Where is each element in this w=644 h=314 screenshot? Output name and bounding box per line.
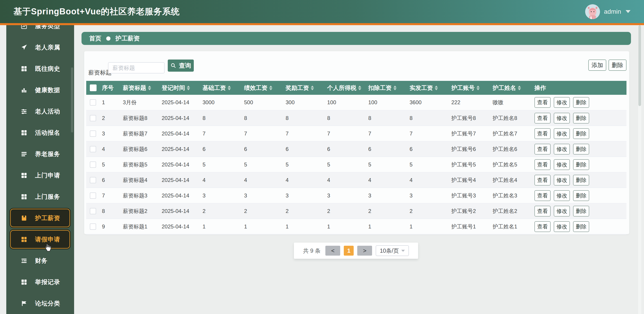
breadcrumb-home[interactable]: 首页 bbox=[89, 34, 101, 42]
username-label: admin bbox=[604, 8, 621, 15]
table-row: 9薪资标题12025-04-14111111护工账号1护工姓名1查看修改删除 bbox=[86, 219, 626, 234]
delete-row-button[interactable]: 删除 bbox=[573, 221, 589, 232]
view-button[interactable]: 查看 bbox=[534, 128, 550, 139]
select-all-checkbox[interactable] bbox=[90, 84, 96, 91]
delete-button[interactable]: 删除 bbox=[608, 60, 626, 71]
sidebar-item-report-records[interactable]: 举报记录 bbox=[6, 271, 74, 293]
table-cell: 9 bbox=[102, 219, 123, 234]
row-checkbox[interactable] bbox=[90, 99, 96, 106]
sidebar-item-elder-activities[interactable]: 老人活动 bbox=[6, 100, 74, 122]
view-button[interactable]: 查看 bbox=[534, 175, 550, 186]
table-cell: 7 bbox=[102, 188, 123, 203]
add-button[interactable]: 添加 bbox=[588, 60, 606, 71]
pagination-page-1[interactable]: 1 bbox=[344, 246, 354, 256]
row-checkbox[interactable] bbox=[90, 130, 96, 137]
row-checkbox[interactable] bbox=[90, 115, 96, 121]
sidebar-item-health-data[interactable]: 健康数据 bbox=[6, 79, 74, 100]
table-cell: 薪资标题4 bbox=[123, 172, 162, 188]
pagination-prev-button[interactable]: < bbox=[325, 246, 340, 256]
list-icon bbox=[21, 151, 28, 158]
sort-carets-icon[interactable] bbox=[358, 86, 361, 90]
delete-row-button[interactable]: 删除 bbox=[573, 206, 589, 216]
edit-button[interactable]: 修改 bbox=[554, 175, 570, 186]
edit-button[interactable]: 修改 bbox=[554, 97, 570, 108]
sort-carets-icon[interactable] bbox=[394, 86, 396, 90]
avatar[interactable] bbox=[585, 4, 600, 19]
sort-carets-icon[interactable] bbox=[518, 86, 521, 90]
column-header-label: 薪资标题 bbox=[123, 84, 146, 92]
row-checkbox[interactable] bbox=[90, 146, 96, 152]
sidebar-item-nurse-salary[interactable]: 护工薪资 bbox=[6, 207, 74, 229]
table-cell: 7 bbox=[202, 126, 244, 141]
sidebar-item-forum-category[interactable]: 论坛分类 bbox=[6, 293, 74, 314]
column-header-护工姓名[interactable]: 护工姓名 bbox=[493, 81, 534, 95]
sort-carets-icon[interactable] bbox=[476, 86, 480, 90]
column-header-个人所得税[interactable]: 个人所得税 bbox=[327, 81, 368, 95]
sort-carets-icon[interactable] bbox=[187, 86, 190, 90]
delete-row-button[interactable]: 删除 bbox=[573, 97, 589, 108]
column-header-护工账号[interactable]: 护工账号 bbox=[451, 81, 493, 95]
table-cell: 护工姓名7 bbox=[493, 126, 534, 141]
sidebar-item-medical-history[interactable]: 既往病史 bbox=[6, 58, 74, 79]
row-checkbox[interactable] bbox=[90, 177, 96, 183]
delete-row-button[interactable]: 删除 bbox=[573, 159, 589, 170]
view-button[interactable]: 查看 bbox=[534, 206, 550, 216]
delete-row-button[interactable]: 删除 bbox=[573, 113, 589, 124]
view-button[interactable]: 查看 bbox=[534, 190, 550, 201]
edit-button[interactable]: 修改 bbox=[554, 190, 570, 201]
view-button[interactable]: 查看 bbox=[534, 144, 550, 154]
page-size-select[interactable]: 10条/页 bbox=[376, 245, 409, 256]
search-input[interactable] bbox=[108, 62, 164, 74]
column-header-绩效工资[interactable]: 绩效工资 bbox=[244, 81, 286, 95]
sort-carets-icon[interactable] bbox=[311, 86, 314, 90]
column-header-基础工资[interactable]: 基础工资 bbox=[202, 81, 244, 95]
row-checkbox[interactable] bbox=[90, 192, 96, 199]
row-checkbox[interactable] bbox=[90, 162, 96, 168]
edit-button[interactable]: 修改 bbox=[554, 128, 570, 139]
sidebar-item-activity-signup[interactable]: 活动报名 bbox=[6, 122, 74, 143]
row-checkbox[interactable] bbox=[90, 208, 96, 214]
table-cell: 3000 bbox=[202, 95, 244, 110]
sidebar-item-eldercare-service[interactable]: 养老服务 bbox=[6, 143, 74, 165]
sort-carets-icon[interactable] bbox=[435, 86, 438, 90]
grid-icon bbox=[21, 129, 28, 136]
delete-row-button[interactable]: 删除 bbox=[573, 128, 589, 139]
user-menu[interactable]: admin bbox=[585, 4, 630, 19]
query-button-label: 查询 bbox=[179, 62, 191, 70]
delete-row-button[interactable]: 删除 bbox=[573, 144, 589, 154]
grid-icon bbox=[21, 194, 28, 200]
row-checkbox[interactable] bbox=[90, 224, 96, 230]
pagination-next-button[interactable]: > bbox=[357, 246, 372, 256]
column-header-实发工资[interactable]: 实发工资 bbox=[410, 81, 451, 95]
delete-row-button[interactable]: 删除 bbox=[573, 175, 589, 186]
column-header-薪资标题[interactable]: 薪资标题 bbox=[123, 81, 162, 95]
view-button[interactable]: 查看 bbox=[534, 113, 550, 124]
sidebar-item-service-type[interactable]: 服务类型 bbox=[6, 25, 74, 36]
view-button[interactable]: 查看 bbox=[534, 97, 550, 108]
edit-button[interactable]: 修改 bbox=[554, 159, 570, 170]
sort-carets-icon[interactable] bbox=[148, 86, 151, 90]
page-scrollbar-thumb[interactable] bbox=[638, 25, 641, 106]
table-cell: 护工账号1 bbox=[451, 219, 493, 234]
sort-carets-icon[interactable] bbox=[228, 86, 231, 90]
view-button[interactable]: 查看 bbox=[534, 221, 550, 232]
edit-button[interactable]: 修改 bbox=[554, 206, 570, 216]
view-button[interactable]: 查看 bbox=[534, 159, 550, 170]
column-header-奖励工资[interactable]: 奖励工资 bbox=[286, 81, 327, 95]
sidebar-item-elder-relatives[interactable]: 老人亲属 bbox=[6, 36, 74, 58]
edit-button[interactable]: 修改 bbox=[554, 144, 570, 154]
edit-button[interactable]: 修改 bbox=[554, 221, 570, 232]
sort-carets-icon[interactable] bbox=[269, 86, 272, 90]
query-button[interactable]: 查询 bbox=[168, 60, 194, 72]
sidebar-scrollbar-thumb[interactable] bbox=[71, 68, 73, 132]
sidebar-item-visit-apply[interactable]: 上门申请 bbox=[6, 165, 74, 186]
sidebar-item-visit-service[interactable]: 上门服务 bbox=[6, 186, 74, 207]
column-header-登记时间[interactable]: 登记时间 bbox=[162, 81, 202, 95]
column-header-label: 实发工资 bbox=[410, 84, 433, 92]
sidebar-item-leave-apply[interactable]: 请假申请 bbox=[6, 229, 74, 250]
edit-button[interactable]: 修改 bbox=[554, 113, 570, 124]
sidebar-item-finance[interactable]: 财务 bbox=[6, 250, 74, 271]
table-cell: 6 bbox=[102, 172, 123, 188]
column-header-扣除工资[interactable]: 扣除工资 bbox=[368, 81, 410, 95]
delete-row-button[interactable]: 删除 bbox=[573, 190, 589, 201]
